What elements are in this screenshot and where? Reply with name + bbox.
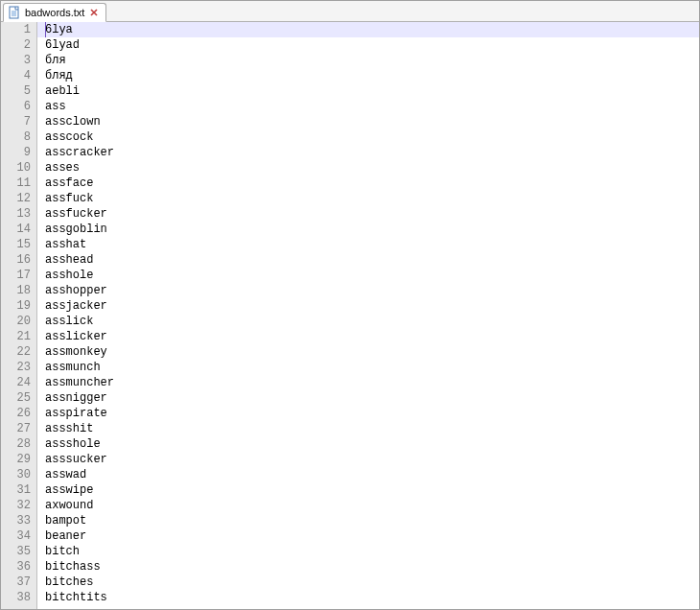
editor-line[interactable]: asshopper	[37, 283, 699, 298]
line-number: 3	[1, 53, 31, 68]
editor-line[interactable]: assmunch	[37, 360, 699, 375]
line-number: 33	[1, 513, 31, 528]
editor-line[interactable]: asshead	[37, 252, 699, 268]
editor-line[interactable]: 6lyad	[37, 37, 699, 53]
editor-content[interactable]: 6lya6lyadбляблядaebliassassclownasscocka…	[37, 22, 699, 609]
editor-line[interactable]: asssucker	[37, 452, 699, 467]
line-number: 9	[1, 145, 31, 160]
line-number-gutter: 1234567891011121314151617181920212223242…	[1, 22, 37, 609]
editor-line[interactable]: bitchtits	[37, 590, 699, 605]
line-number: 37	[1, 575, 31, 590]
line-number: 4	[1, 68, 31, 83]
line-number: 24	[1, 375, 31, 390]
line-number: 22	[1, 344, 31, 360]
line-number: 14	[1, 222, 31, 237]
file-icon	[8, 6, 21, 19]
line-number: 7	[1, 114, 31, 129]
editor-line[interactable]: asspirate	[37, 406, 699, 421]
editor-line[interactable]: assfucker	[37, 206, 699, 222]
editor-line[interactable]: beaner	[37, 528, 699, 544]
editor-line[interactable]: asses	[37, 160, 699, 176]
editor-line[interactable]: assclown	[37, 114, 699, 129]
editor-window: badwords.txt 123456789101112131415161718…	[0, 0, 700, 610]
editor-line[interactable]: asscracker	[37, 145, 699, 160]
tab-label: badwords.txt	[25, 7, 84, 18]
line-number: 13	[1, 206, 31, 222]
editor-line[interactable]: bitches	[37, 575, 699, 590]
editor-line[interactable]: бля	[37, 53, 699, 68]
line-number: 36	[1, 559, 31, 575]
editor-line[interactable]: assfuck	[37, 191, 699, 206]
line-number: 15	[1, 237, 31, 252]
editor-line[interactable]: axwound	[37, 498, 699, 513]
editor-line[interactable]: assshole	[37, 436, 699, 452]
text-caret	[45, 22, 46, 37]
editor-line[interactable]: bampot	[37, 513, 699, 528]
line-number: 11	[1, 176, 31, 191]
editor-line[interactable]: бляд	[37, 68, 699, 83]
close-icon[interactable]	[88, 7, 100, 18]
line-number: 23	[1, 360, 31, 375]
editor-line[interactable]: asshole	[37, 268, 699, 283]
line-number: 5	[1, 83, 31, 99]
editor-line[interactable]: assmuncher	[37, 375, 699, 390]
editor-line[interactable]: asshat	[37, 237, 699, 252]
editor-line[interactable]: asswipe	[37, 482, 699, 498]
editor-line[interactable]: 6lya	[37, 22, 699, 37]
line-number: 6	[1, 99, 31, 114]
editor-line[interactable]: bitch	[37, 544, 699, 559]
line-number: 32	[1, 498, 31, 513]
editor-line[interactable]: aebli	[37, 83, 699, 99]
line-number: 38	[1, 590, 31, 605]
editor-line[interactable]: assface	[37, 176, 699, 191]
editor-line[interactable]: assshit	[37, 421, 699, 436]
line-number: 18	[1, 283, 31, 298]
line-number: 10	[1, 160, 31, 176]
editor-line[interactable]: asscock	[37, 129, 699, 145]
line-number: 26	[1, 406, 31, 421]
line-number: 31	[1, 482, 31, 498]
line-number: 20	[1, 314, 31, 329]
line-number: 30	[1, 467, 31, 482]
line-number: 19	[1, 298, 31, 314]
editor-line[interactable]: ass	[37, 99, 699, 114]
line-number: 2	[1, 37, 31, 53]
file-tab[interactable]: badwords.txt	[3, 3, 106, 22]
editor-line[interactable]: assgoblin	[37, 222, 699, 237]
editor-line[interactable]: assjacker	[37, 298, 699, 314]
line-number: 34	[1, 528, 31, 544]
line-number: 17	[1, 268, 31, 283]
tab-bar: badwords.txt	[1, 1, 699, 22]
editor-line[interactable]: asslicker	[37, 329, 699, 344]
editor-line[interactable]: bitchass	[37, 559, 699, 575]
line-number: 12	[1, 191, 31, 206]
editor-line[interactable]: assnigger	[37, 390, 699, 406]
svg-rect-0	[10, 7, 18, 18]
line-number: 25	[1, 390, 31, 406]
editor-line[interactable]: assmonkey	[37, 344, 699, 360]
line-number: 29	[1, 452, 31, 467]
line-number: 21	[1, 329, 31, 344]
line-number: 1	[1, 22, 31, 37]
line-number: 8	[1, 129, 31, 145]
text-editor[interactable]: 1234567891011121314151617181920212223242…	[1, 22, 699, 609]
line-number: 35	[1, 544, 31, 559]
editor-line[interactable]: asslick	[37, 314, 699, 329]
line-number: 16	[1, 252, 31, 268]
line-number: 27	[1, 421, 31, 436]
editor-line[interactable]: asswad	[37, 467, 699, 482]
line-number: 28	[1, 436, 31, 452]
